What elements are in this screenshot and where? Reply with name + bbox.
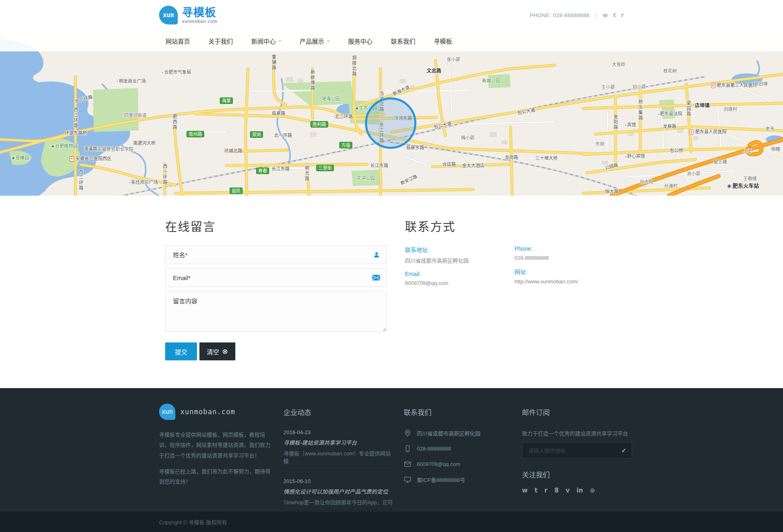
map-label: 上王 — [743, 147, 752, 154]
map-label: 双岗 — [250, 131, 263, 137]
contact-website-value[interactable]: http://www.xunmoban.com/ — [515, 278, 624, 285]
name-field-wrap — [165, 245, 387, 264]
mail-icon — [372, 275, 380, 280]
contact-email-label: Email: — [405, 271, 515, 277]
map-label: +肥东县人民医院 — [689, 128, 726, 135]
map-location-marker — [365, 97, 416, 149]
map-label: 东岗 — [595, 140, 604, 147]
submit-button[interactable]: 提交 — [165, 342, 197, 360]
map-label: 瑶海公园 — [322, 95, 340, 102]
subscribe-email-input[interactable] — [528, 447, 621, 454]
map-label: 胜利路 — [311, 121, 328, 127]
google-icon[interactable]: 8 — [554, 488, 558, 494]
map-label: 环湖东路桥 — [65, 129, 87, 136]
main-nav: 网站首页 关于我们 新闻中心» 产品展示» 服务中心 联系我们 寻模板 — [0, 30, 783, 51]
map-label: 刘小郢 — [633, 83, 646, 90]
map-label: 西一环路 — [161, 164, 168, 185]
subscribe-input-box: ✓ — [522, 442, 632, 459]
map-label: 清溪路 — [84, 145, 97, 152]
map-label: 北二环路 — [335, 113, 353, 119]
location-map[interactable]: 董铺路北二环路北二环路西二环路西二环路环湖东路桥清溪路四里河街道南淝河大桥肥西路… — [0, 30, 783, 196]
news-link[interactable]: 情感化设计可以加强用户对产品气质的定位 — [283, 487, 396, 495]
map-label: 西二环路 — [77, 170, 84, 191]
news-date: 2015-06-10 — [283, 478, 396, 484]
copyright-bar: Copyright © 寻模板 版权所有 — [0, 512, 783, 532]
map-label: 铜陵北路 — [351, 55, 357, 77]
contact-title: 联系方式 — [405, 217, 624, 234]
renren-icon[interactable]: r — [544, 488, 547, 494]
submenu-arrow-icon: » — [279, 38, 281, 44]
footer-email-row: 6009709@qq.com — [404, 460, 514, 468]
footer-logo-bubble-icon: xun — [159, 404, 175, 420]
header: xun 寻模板 xunmoban.com PHONE: 028-88888888… — [0, 0, 783, 30]
map-label: 店埠镇 — [695, 102, 710, 108]
news-link[interactable]: 寻模板-建站资源共享学习平台 — [283, 438, 396, 446]
clear-circle-x-icon: ⊗ — [222, 348, 228, 355]
main-content: 在线留言 提交 清空⊗ 联系方式 — [0, 196, 783, 388]
nav-item[interactable]: 网站首页 — [159, 30, 197, 51]
map-label: 郭田埠 — [754, 80, 768, 87]
checkmark-icon: ✓ — [621, 447, 626, 454]
map-label: 屋上塘 — [714, 158, 727, 165]
hospital-cross-icon: + — [70, 157, 74, 161]
map-label: 长江东路 — [272, 165, 290, 172]
vimeo-icon[interactable]: v — [566, 488, 570, 494]
map-label: 大张岭 — [612, 61, 626, 67]
contact-phone-label: Phone: — [515, 245, 624, 252]
map-label: 包公大道 — [433, 120, 452, 130]
map-label: 杨疃 — [771, 146, 780, 152]
email-input[interactable] — [165, 268, 387, 287]
map-label: 三十埠大桥 — [535, 155, 558, 161]
header-phone: PHONE: 028-88888888 — [530, 12, 590, 18]
linkedin-icon[interactable]: in — [577, 488, 583, 494]
footer-phone-row: 028-88888888 — [404, 445, 514, 453]
map-label: 长江东路 — [370, 162, 388, 168]
map-label: 龙岗路 — [505, 154, 518, 160]
footer: xun xunmoban.com 寻模板专业提供网站模板，网页模板，教程培训，程… — [0, 388, 783, 512]
header-social-icons: wtr — [602, 12, 624, 18]
map-label: 龙泉路 — [663, 123, 677, 129]
name-input[interactable] — [165, 245, 387, 264]
map-label: 公园路 — [604, 161, 619, 171]
instagram-icon[interactable]: ⊙ — [590, 488, 595, 494]
map-label: ▪宾馆 — [625, 121, 636, 128]
clear-button[interactable]: 清空⊗ — [199, 342, 235, 360]
map-pin-icon — [404, 429, 411, 437]
footer-brand-col: xun xunmoban.com 寻模板专业提供网站模板，网页模板，教程培训，程… — [159, 404, 275, 506]
contact-phone-value: 028-88888888 — [515, 255, 624, 261]
tencent-icon[interactable]: t — [613, 12, 616, 18]
tree-icon: ♣ — [355, 106, 358, 110]
map-label: ♣合肥植物园 — [51, 142, 77, 149]
map-label: 北一环路 — [274, 132, 292, 138]
nav-item[interactable]: 联系我们 — [384, 30, 422, 51]
map-label: ◉肥东火车站 — [727, 181, 759, 189]
tencent-icon[interactable]: t — [535, 488, 537, 494]
footer-subscribe-col: 邮件订阅 致力于打造一个优秀的建站资源共享学习平台 ✓ 关注我们 wtr8vin… — [522, 404, 632, 506]
message-textarea[interactable] — [165, 291, 387, 332]
logo-title: 寻模板 — [182, 7, 217, 18]
site-logo[interactable]: xun 寻模板 xunmoban.com — [159, 6, 217, 24]
map-label: ▪舒心宾馆 — [625, 152, 645, 159]
tree-icon: ♣ — [51, 143, 54, 148]
nav-item[interactable]: 服务中心 — [341, 30, 379, 51]
footer-social-icons: wtr8vin⊙ — [522, 488, 632, 494]
renren-icon[interactable]: r — [621, 12, 624, 18]
map-label: 西二环路 — [72, 107, 79, 128]
map-label: 恒大路 — [605, 188, 619, 194]
footer-news-col: 企业动态 2016-04-23 寻模板-建站资源共享学习平台 寻模板（www.x… — [283, 404, 396, 506]
nav-item[interactable]: 产品展示» — [293, 30, 336, 51]
contact-address-label: 联系地址: — [405, 245, 515, 254]
tree-icon: ♣ — [12, 155, 15, 160]
map-label: 余小郢 — [687, 170, 701, 177]
map-label: ▪合肥市气象局 — [162, 68, 191, 75]
nav-item[interactable]: 寻模板 — [427, 30, 458, 51]
nav-item[interactable]: 关于我们 — [202, 30, 239, 51]
weibo-icon[interactable]: w — [602, 12, 608, 18]
nav-item[interactable]: 新闻中心» — [245, 30, 288, 51]
subscribe-submit-button[interactable]: ✓ — [621, 447, 626, 454]
monitor-icon — [404, 476, 411, 483]
map-label: 明光路 — [303, 166, 310, 182]
footer-icp-row: 蜀ICP备88888888号 — [404, 476, 514, 483]
weibo-icon[interactable]: w — [522, 488, 528, 494]
mail-outline-icon — [404, 460, 411, 468]
